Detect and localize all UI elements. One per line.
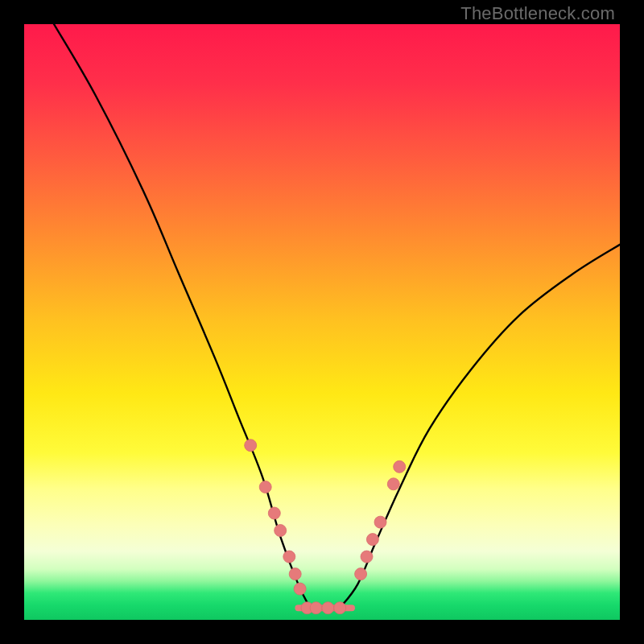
marker-point [374, 516, 386, 528]
marker-point [322, 602, 334, 614]
chart-overlay [24, 24, 620, 620]
curve-right-curve [340, 245, 620, 608]
marker-point [366, 534, 378, 546]
marker-point [334, 602, 346, 614]
marker-point [310, 602, 322, 614]
marker-point [394, 460, 406, 473]
marker-point [361, 551, 373, 563]
watermark-text: TheBottleneck.com [460, 3, 615, 24]
marker-point [387, 478, 399, 490]
marker-point [355, 568, 367, 580]
data-markers [245, 440, 406, 614]
marker-point [245, 440, 257, 452]
chart-frame [24, 24, 620, 620]
marker-point [289, 568, 301, 580]
marker-point [283, 551, 295, 563]
marker-point [259, 481, 271, 493]
marker-point [275, 525, 287, 537]
curve-left-curve [54, 24, 310, 608]
marker-point [294, 583, 306, 595]
bottleneck-curve [54, 24, 620, 608]
marker-point [268, 507, 280, 519]
